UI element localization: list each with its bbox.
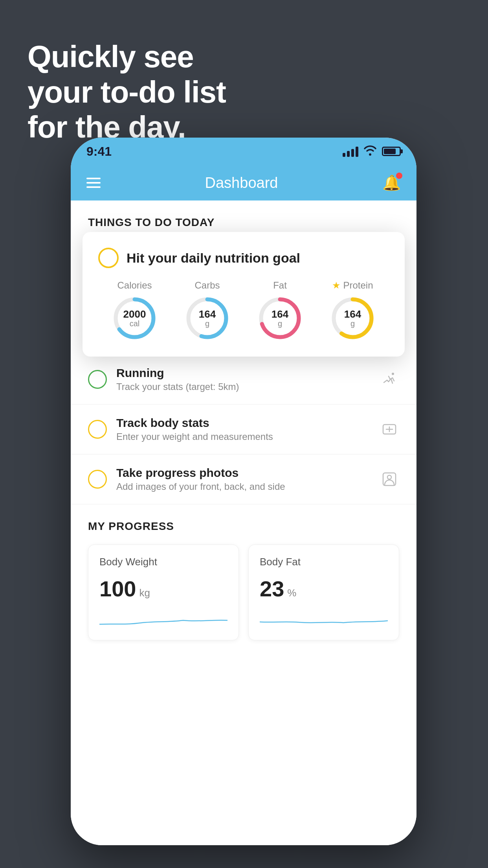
- task-running-checkbox[interactable]: [88, 370, 107, 389]
- body-fat-card[interactable]: Body Fat 23 %: [248, 544, 399, 640]
- nutrition-fat: Fat 164 g: [257, 280, 303, 341]
- task-progress-photos[interactable]: Take progress photos Add images of your …: [71, 454, 416, 504]
- app-header: Dashboard 🔔: [71, 165, 416, 200]
- calories-label: Calories: [117, 280, 152, 291]
- task-checkbox[interactable]: [98, 248, 119, 268]
- task-body-stats-sub: Enter your weight and measurements: [116, 431, 370, 442]
- body-fat-value-row: 23 %: [260, 576, 388, 601]
- headline-line1: Quickly see: [28, 39, 226, 75]
- body-fat-label: Body Fat: [260, 556, 388, 568]
- body-weight-label: Body Weight: [99, 556, 227, 568]
- task-photos-name: Take progress photos: [116, 466, 370, 480]
- battery-icon: [382, 147, 401, 156]
- things-to-do-header: THINGS TO DO TODAY: [71, 200, 416, 237]
- star-icon: ★: [332, 280, 341, 291]
- status-time: 9:41: [86, 144, 112, 159]
- task-photos-sub: Add images of your front, back, and side: [116, 481, 370, 492]
- task-running-sub: Track your stats (target: 5km): [116, 381, 370, 392]
- notification-badge: [396, 173, 402, 179]
- svg-point-10: [387, 475, 391, 479]
- body-weight-unit: kg: [139, 587, 150, 599]
- task-body-stats[interactable]: Track body stats Enter your weight and m…: [71, 405, 416, 454]
- progress-section: MY PROGRESS Body Weight 100 kg: [71, 504, 416, 656]
- nutrition-card[interactable]: Hit your daily nutrition goal Calories 2…: [83, 232, 405, 357]
- carbs-value: 164: [199, 309, 216, 319]
- signal-icon: [343, 146, 358, 157]
- body-fat-chart: [260, 609, 388, 629]
- nutrition-card-title: Hit your daily nutrition goal: [127, 250, 300, 266]
- calories-value: 2000: [123, 309, 146, 319]
- card-title-row: Hit your daily nutrition goal: [98, 248, 389, 268]
- fat-chart: 164 g: [257, 296, 303, 341]
- carbs-label: Carbs: [194, 280, 220, 291]
- task-running[interactable]: Running Track your stats (target: 5km): [71, 355, 416, 405]
- fat-label: Fat: [273, 280, 287, 291]
- status-bar: 9:41: [71, 138, 416, 165]
- phone-mockup: 9:41 Da: [71, 138, 416, 845]
- task-photos-content: Take progress photos Add images of your …: [116, 466, 370, 492]
- carbs-chart: 164 g: [185, 296, 230, 341]
- task-running-name: Running: [116, 366, 370, 380]
- wifi-icon: [363, 145, 377, 158]
- notification-button[interactable]: 🔔: [382, 174, 401, 191]
- scale-icon: [380, 419, 399, 439]
- person-icon: [380, 469, 399, 489]
- status-icons: [343, 145, 401, 158]
- body-weight-card[interactable]: Body Weight 100 kg: [88, 544, 239, 640]
- protein-value: 164: [344, 309, 361, 319]
- task-body-stats-checkbox[interactable]: [88, 420, 107, 439]
- progress-section-title: MY PROGRESS: [88, 520, 399, 533]
- calories-chart: 2000 cal: [112, 296, 157, 341]
- body-weight-value-row: 100 kg: [99, 576, 227, 601]
- progress-cards: Body Weight 100 kg Body Fat 23: [88, 544, 399, 640]
- body-weight-chart: [99, 609, 227, 629]
- menu-icon[interactable]: [86, 178, 101, 188]
- fat-value: 164: [272, 309, 288, 319]
- nutrition-calories: Calories 2000 cal: [112, 280, 157, 341]
- header-title: Dashboard: [205, 175, 278, 191]
- task-list: Running Track your stats (target: 5km) T…: [71, 355, 416, 504]
- body-weight-value: 100: [99, 576, 136, 601]
- phone-body: THINGS TO DO TODAY Hit your daily nutrit…: [71, 200, 416, 845]
- running-icon: [380, 370, 399, 389]
- nutrition-protein: ★ Protein 164 g: [330, 280, 375, 341]
- nutrition-carbs: Carbs 164 g: [185, 280, 230, 341]
- task-body-stats-name: Track body stats: [116, 416, 370, 430]
- protein-label: ★ Protein: [332, 280, 373, 291]
- nutrition-row: Calories 2000 cal Carbs: [98, 280, 389, 341]
- body-fat-value: 23: [260, 576, 284, 601]
- headline-text: Quickly see your to-do list for the day.: [28, 39, 226, 145]
- headline-line2: your to-do list: [28, 75, 226, 110]
- task-running-content: Running Track your stats (target: 5km): [116, 366, 370, 392]
- task-body-stats-content: Track body stats Enter your weight and m…: [116, 416, 370, 442]
- protein-chart: 164 g: [330, 296, 375, 341]
- body-fat-unit: %: [287, 587, 296, 599]
- task-photos-checkbox[interactable]: [88, 470, 107, 489]
